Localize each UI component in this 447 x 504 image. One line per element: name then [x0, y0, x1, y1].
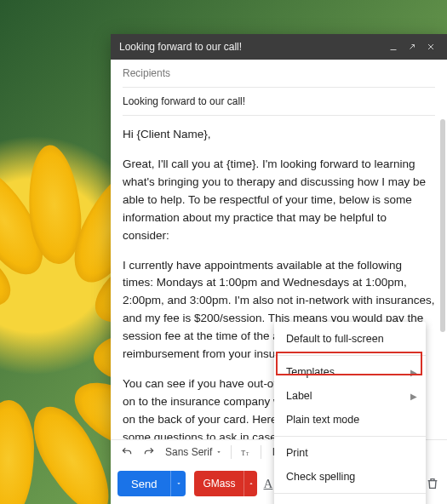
redo-icon[interactable]: [140, 443, 158, 461]
svg-text:T: T: [242, 449, 246, 456]
menu-item-print[interactable]: Print: [274, 441, 426, 465]
gmass-more-button[interactable]: [244, 471, 257, 496]
close-icon[interactable]: [423, 39, 438, 54]
discard-icon[interactable]: [426, 472, 440, 495]
send-group: Send: [117, 471, 186, 496]
svg-text:T: T: [246, 450, 249, 455]
menu-label: Print: [286, 447, 308, 459]
body-greeting: Hi {Client Name},: [123, 126, 435, 144]
menu-divider: [274, 436, 426, 437]
sunflower-petal: [0, 400, 34, 504]
chevron-down-icon: [175, 480, 182, 487]
gmass-button[interactable]: GMass: [194, 471, 244, 496]
menu-label: Check spelling: [286, 471, 355, 483]
chevron-right-icon: ▶: [410, 368, 417, 377]
menu-label: Plain text mode: [286, 414, 359, 426]
send-button[interactable]: Send: [117, 471, 170, 496]
background-image: Looking forward to our call! Recipients …: [0, 0, 447, 504]
menu-item-smart-compose[interactable]: Smart Compose feedback: [274, 498, 426, 504]
chevron-right-icon: ▶: [410, 392, 417, 401]
toolbar-separator: [231, 445, 232, 459]
body-paragraph: Great, I'll call you at {time}. I'm look…: [123, 156, 435, 245]
chevron-up-icon: [248, 480, 255, 487]
menu-label: Label: [286, 390, 312, 402]
menu-label: Default to full-screen: [286, 333, 384, 345]
format-icon[interactable]: A: [261, 472, 275, 495]
font-select[interactable]: Sans Serif: [162, 446, 226, 458]
popout-icon[interactable]: [404, 39, 420, 54]
gmass-group: GMass: [194, 471, 257, 496]
menu-item-templates[interactable]: Templates ▶: [274, 360, 426, 384]
compose-titlebar: Looking forward to our call!: [111, 34, 447, 60]
toolbar-separator: [261, 445, 261, 459]
menu-divider: [274, 355, 426, 356]
chevron-down-icon: [215, 449, 222, 455]
minimize-icon[interactable]: [386, 39, 401, 54]
font-size-icon[interactable]: TT: [237, 443, 255, 461]
font-name: Sans Serif: [165, 446, 212, 458]
undo-icon[interactable]: [117, 443, 136, 461]
menu-label: Templates: [286, 366, 335, 378]
send-more-button[interactable]: [170, 471, 186, 496]
recipients-field[interactable]: Recipients: [123, 60, 435, 88]
subject-field[interactable]: Looking forward to our call!: [123, 88, 435, 116]
more-options-menu: Default to full-screen Templates ▶ Label…: [274, 322, 426, 504]
menu-divider: [274, 493, 426, 494]
menu-item-check-spelling[interactable]: Check spelling: [274, 465, 426, 489]
menu-item-default-fullscreen[interactable]: Default to full-screen: [274, 327, 426, 351]
compose-title: Looking forward to our call!: [119, 41, 382, 53]
menu-item-plain-text[interactable]: Plain text mode: [274, 408, 426, 432]
menu-item-label[interactable]: Label ▶: [274, 384, 426, 408]
compose-fields: Recipients Looking forward to our call!: [111, 60, 447, 116]
scrollbar[interactable]: [440, 119, 445, 332]
